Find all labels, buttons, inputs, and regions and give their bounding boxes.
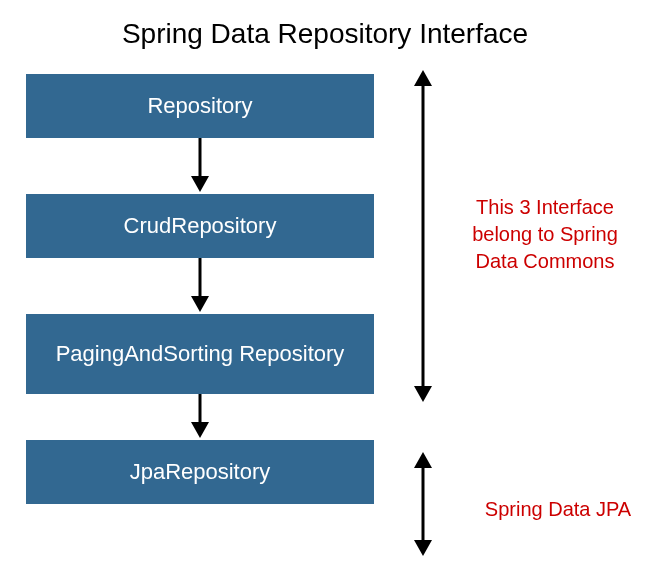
box-crud-repository: CrudRepository [26,194,374,258]
arrow-gap [26,394,374,440]
box-label: PagingAndSorting Repository [56,341,345,367]
box-paging-sorting-repository: PagingAndSorting Repository [26,314,374,394]
down-arrow-icon [186,258,214,314]
svg-marker-7 [414,70,432,86]
box-label: Repository [147,93,252,119]
box-repository: Repository [26,74,374,138]
annotation-jpa: Spring Data JPA [478,496,638,523]
down-arrow-icon [186,394,214,440]
box-label: JpaRepository [130,459,271,485]
svg-marker-5 [191,422,209,438]
diagram-content: Repository CrudRepository PagingAndSorti… [0,74,650,574]
svg-marker-11 [414,540,432,556]
box-label: CrudRepository [124,213,277,239]
svg-marker-3 [191,296,209,312]
svg-marker-8 [414,386,432,402]
boxes-column: Repository CrudRepository PagingAndSorti… [26,74,374,504]
annotation-commons: This 3 Interface belong to Spring Data C… [460,194,630,275]
svg-marker-10 [414,452,432,468]
bracket-commons-icon [408,68,438,404]
box-jpa-repository: JpaRepository [26,440,374,504]
arrow-gap [26,138,374,194]
diagram-title: Spring Data Repository Interface [0,0,650,74]
svg-marker-1 [191,176,209,192]
bracket-jpa-icon [408,450,438,558]
down-arrow-icon [186,138,214,194]
arrow-gap [26,258,374,314]
